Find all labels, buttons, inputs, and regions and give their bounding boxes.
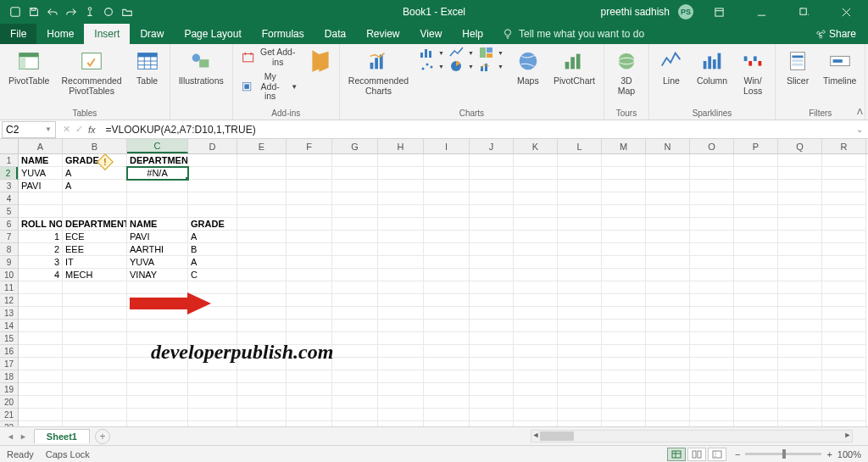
- cell-G16[interactable]: [332, 345, 378, 358]
- cell-J21[interactable]: [470, 409, 514, 421]
- chart-scatter-icon[interactable]: ▼: [417, 59, 447, 73]
- cell-G11[interactable]: [332, 281, 378, 294]
- cell-A13[interactable]: [19, 307, 63, 320]
- tab-review[interactable]: Review: [356, 24, 409, 44]
- view-pagebreak-icon[interactable]: [708, 448, 726, 461]
- cell-L16[interactable]: [558, 345, 602, 358]
- row-header-2[interactable]: 2: [0, 167, 18, 180]
- cell-M17[interactable]: [602, 358, 646, 370]
- cell-H6[interactable]: [378, 218, 424, 231]
- ribbon-options-icon[interactable]: [702, 0, 736, 24]
- recommended-charts-button[interactable]: Recommended Charts: [345, 46, 412, 97]
- cell-G5[interactable]: [332, 205, 378, 218]
- cell-H4[interactable]: [378, 192, 424, 205]
- cell-M15[interactable]: [602, 332, 646, 345]
- cell-I2[interactable]: [424, 167, 470, 180]
- cell-P11[interactable]: [734, 281, 778, 294]
- cell-I12[interactable]: [424, 294, 470, 307]
- cell-D7[interactable]: A: [188, 231, 237, 243]
- cell-L2[interactable]: [558, 167, 602, 180]
- recommended-pivottables-button[interactable]: Recommended PivotTables: [58, 46, 125, 97]
- cell-J17[interactable]: [470, 358, 514, 370]
- cell-C10[interactable]: VINAY: [127, 269, 188, 281]
- cell-R15[interactable]: [822, 332, 866, 345]
- cell-H16[interactable]: [378, 345, 424, 358]
- cell-A16[interactable]: [19, 345, 63, 358]
- row-header-18[interactable]: 18: [0, 370, 18, 383]
- cell-P6[interactable]: [734, 218, 778, 231]
- row-header-1[interactable]: 1: [0, 154, 18, 167]
- cell-C4[interactable]: [127, 192, 188, 205]
- cell-Q6[interactable]: [778, 218, 822, 231]
- maximize-icon[interactable]: [787, 0, 821, 24]
- tab-formulas[interactable]: Formulas: [252, 24, 314, 44]
- cell-L1[interactable]: [558, 154, 602, 167]
- cell-B2[interactable]: A: [63, 167, 127, 180]
- cell-B12[interactable]: [63, 294, 127, 307]
- cell-F3[interactable]: [287, 180, 332, 192]
- cell-Q9[interactable]: [778, 256, 822, 269]
- cell-J15[interactable]: [470, 332, 514, 345]
- row-headers[interactable]: 12345678910111213141516171819202122: [0, 154, 19, 426]
- cell-D20[interactable]: [188, 396, 237, 409]
- cell-A10[interactable]: 4: [19, 269, 63, 281]
- cell-I21[interactable]: [424, 409, 470, 421]
- cell-O11[interactable]: [690, 281, 734, 294]
- cell-I15[interactable]: [424, 332, 470, 345]
- row-header-4[interactable]: 4: [0, 192, 18, 205]
- cell-L19[interactable]: [558, 383, 602, 396]
- cell-G6[interactable]: [332, 218, 378, 231]
- cell-G9[interactable]: [332, 256, 378, 269]
- cell-K15[interactable]: [514, 332, 558, 345]
- cell-F19[interactable]: [287, 383, 332, 396]
- cell-R16[interactable]: [822, 345, 866, 358]
- cell-C9[interactable]: YUVA: [127, 256, 188, 269]
- cell-E5[interactable]: [237, 205, 287, 218]
- cell-N17[interactable]: [646, 358, 690, 370]
- view-normal-icon[interactable]: [667, 448, 686, 461]
- cell-K17[interactable]: [514, 358, 558, 370]
- cell-F21[interactable]: [287, 409, 332, 421]
- cell-D2[interactable]: [188, 167, 237, 180]
- column-header-I[interactable]: I: [424, 139, 470, 153]
- cell-N5[interactable]: [646, 205, 690, 218]
- cell-P13[interactable]: [734, 307, 778, 320]
- cell-O9[interactable]: [690, 256, 734, 269]
- undo-icon[interactable]: [44, 3, 61, 21]
- cell-Q14[interactable]: [778, 320, 822, 332]
- cell-K19[interactable]: [514, 383, 558, 396]
- cell-I9[interactable]: [424, 256, 470, 269]
- cell-J10[interactable]: [470, 269, 514, 281]
- cell-H10[interactable]: [378, 269, 424, 281]
- row-header-11[interactable]: 11: [0, 281, 18, 294]
- cell-B11[interactable]: [63, 281, 127, 294]
- column-header-N[interactable]: N: [646, 139, 690, 153]
- cell-E9[interactable]: [237, 256, 287, 269]
- cell-A7[interactable]: 1: [19, 231, 63, 243]
- cell-A14[interactable]: [19, 320, 63, 332]
- cell-J13[interactable]: [470, 307, 514, 320]
- cell-A12[interactable]: [19, 294, 63, 307]
- cell-N19[interactable]: [646, 383, 690, 396]
- cell-F5[interactable]: [287, 205, 332, 218]
- column-header-K[interactable]: K: [514, 139, 558, 153]
- cell-M5[interactable]: [602, 205, 646, 218]
- cell-M18[interactable]: [602, 370, 646, 383]
- row-header-17[interactable]: 17: [0, 358, 18, 370]
- cell-H7[interactable]: [378, 231, 424, 243]
- cell-N12[interactable]: [646, 294, 690, 307]
- tab-data[interactable]: Data: [314, 24, 356, 44]
- cell-H8[interactable]: [378, 243, 424, 256]
- cell-F14[interactable]: [287, 320, 332, 332]
- cell-N4[interactable]: [646, 192, 690, 205]
- sheet-prev-icon[interactable]: ◄: [7, 432, 14, 441]
- cell-A8[interactable]: 2: [19, 243, 63, 256]
- my-addins-button[interactable]: My Add-ins▼: [238, 70, 301, 103]
- chart-line-icon[interactable]: ▼: [447, 46, 476, 59]
- cell-R17[interactable]: [822, 358, 866, 370]
- cell-O21[interactable]: [690, 409, 734, 421]
- cell-H17[interactable]: [378, 358, 424, 370]
- cell-E21[interactable]: [237, 409, 287, 421]
- cell-Q19[interactable]: [778, 383, 822, 396]
- autosave-icon[interactable]: [7, 3, 24, 21]
